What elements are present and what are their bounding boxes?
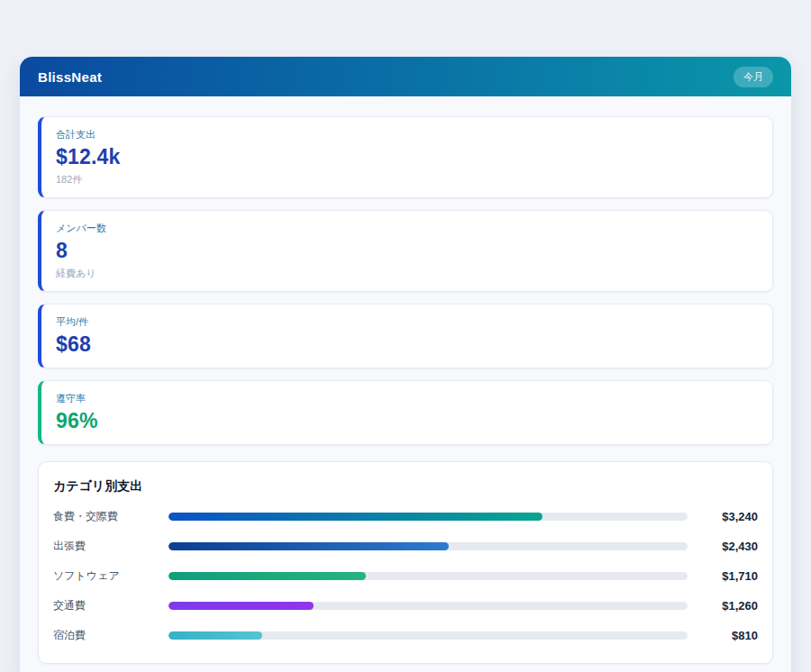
bar-fill: [169, 602, 314, 610]
stat-value: $12.4k: [56, 145, 758, 169]
stat-card-member-count: メンバー数 8 経費あり: [38, 210, 773, 292]
stat-value: 8: [56, 239, 758, 263]
stat-card-compliance-rate: 遵守率 96%: [38, 380, 773, 445]
stat-value: 96%: [56, 409, 758, 433]
chart-title: カテゴリ別支出: [53, 478, 758, 495]
category-value: $1,260: [695, 599, 758, 613]
app-title: BlissNeat: [38, 69, 102, 85]
stat-label: 遵守率: [56, 392, 758, 405]
category-label: 交通費: [53, 598, 161, 613]
bar-fill: [169, 542, 449, 550]
bar-track: [169, 542, 688, 550]
app-header: BlissNeat 今月: [20, 57, 791, 96]
stat-card-total-spend: 合計支出 $12.4k 182件: [38, 116, 773, 198]
bar-fill: [169, 513, 542, 521]
category-value: $1,710: [695, 569, 758, 583]
chart-row: 食費・交際費 $3,240: [53, 509, 758, 524]
category-label: 宿泊費: [53, 628, 161, 643]
stat-card-average-per-item: 平均/件 $68: [38, 304, 773, 368]
bar-fill: [169, 572, 366, 580]
category-value: $3,240: [695, 510, 758, 523]
category-label: ソフトウェア: [53, 568, 161, 584]
dashboard-card: BlissNeat 今月 合計支出 $12.4k 182件 メンバー数 8 経費…: [20, 57, 791, 672]
chart-row: 交通費 $1,260: [53, 598, 758, 613]
category-value: $810: [695, 629, 758, 642]
category-spend-chart: カテゴリ別支出 食費・交際費 $3,240 出張費 $2,430 ソフトウェア: [38, 461, 773, 664]
stat-value: $68: [56, 332, 758, 357]
stat-label: メンバー数: [56, 222, 758, 235]
bar-fill: [169, 631, 262, 640]
chart-row: 宿泊費 $810: [53, 628, 758, 643]
category-label: 出張費: [53, 539, 161, 554]
bar-track: [169, 602, 688, 610]
stat-label: 合計支出: [56, 128, 758, 141]
chart-row: ソフトウェア $1,710: [53, 568, 758, 584]
stat-subtext: 経費あり: [56, 267, 758, 280]
bar-track: [169, 631, 688, 640]
category-label: 食費・交際費: [53, 509, 161, 524]
bar-track: [169, 572, 688, 580]
stat-label: 平均/件: [56, 315, 758, 329]
stat-subtext: 182件: [56, 173, 758, 186]
period-badge[interactable]: 今月: [734, 67, 773, 87]
app-body: 合計支出 $12.4k 182件 メンバー数 8 経費あり 平均/件 $68 遵…: [20, 96, 791, 672]
chart-row: 出張費 $2,430: [53, 539, 758, 554]
bar-track: [169, 513, 688, 521]
category-value: $2,430: [695, 540, 758, 553]
